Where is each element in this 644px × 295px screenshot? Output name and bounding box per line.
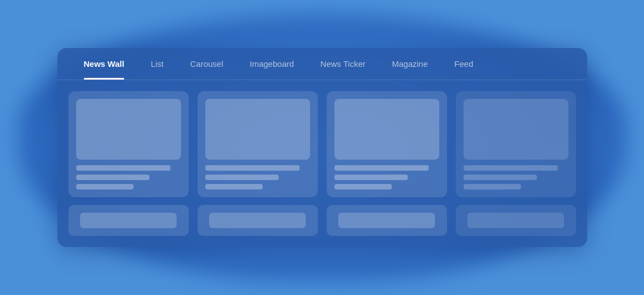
- news-card-3: [327, 91, 447, 197]
- card-line: [334, 175, 408, 180]
- tab-bar: News Wall List Carousel Imageboard News …: [57, 48, 587, 80]
- card-small-inner-4: [467, 213, 563, 228]
- tab-imageboard[interactable]: Imageboard: [237, 48, 307, 80]
- card-line: [76, 175, 150, 180]
- news-card-1: [68, 91, 189, 197]
- news-card-2: [198, 91, 318, 197]
- card-small-inner-3: [338, 213, 434, 228]
- card-line: [464, 165, 558, 171]
- card-lines-4: [464, 165, 568, 189]
- card-lines-3: [334, 165, 439, 189]
- tab-feed[interactable]: Feed: [441, 48, 486, 80]
- content-area: [57, 80, 587, 245]
- card-image-1: [76, 99, 181, 160]
- card-image-3: [334, 99, 439, 160]
- tab-magazine[interactable]: Magazine: [379, 48, 441, 80]
- tab-list[interactable]: List: [137, 48, 177, 80]
- card-small-3: [327, 205, 447, 236]
- card-line: [205, 184, 263, 189]
- card-line: [334, 184, 392, 189]
- card-line: [76, 184, 134, 189]
- card-line: [76, 165, 171, 171]
- card-small-4: [456, 205, 576, 236]
- card-line: [334, 165, 429, 171]
- card-small-1: [68, 205, 189, 236]
- card-lines-1: [76, 165, 181, 189]
- card-line: [464, 184, 521, 189]
- card-small-inner-1: [80, 213, 176, 228]
- card-image-4: [464, 99, 568, 160]
- card-grid: [68, 91, 576, 197]
- card-line: [205, 175, 279, 180]
- card-small-inner-2: [209, 213, 305, 228]
- tab-news-ticker[interactable]: News Ticker: [307, 48, 379, 80]
- card-line: [464, 175, 537, 180]
- main-panel: News Wall List Carousel Imageboard News …: [57, 48, 587, 247]
- card-small-2: [198, 205, 318, 236]
- card-line: [205, 165, 300, 171]
- news-card-4: [456, 91, 576, 197]
- tab-news-wall[interactable]: News Wall: [71, 48, 138, 80]
- card-grid-bottom: [68, 205, 576, 236]
- tab-carousel[interactable]: Carousel: [177, 48, 236, 80]
- card-image-2: [205, 99, 310, 160]
- card-lines-2: [205, 165, 310, 189]
